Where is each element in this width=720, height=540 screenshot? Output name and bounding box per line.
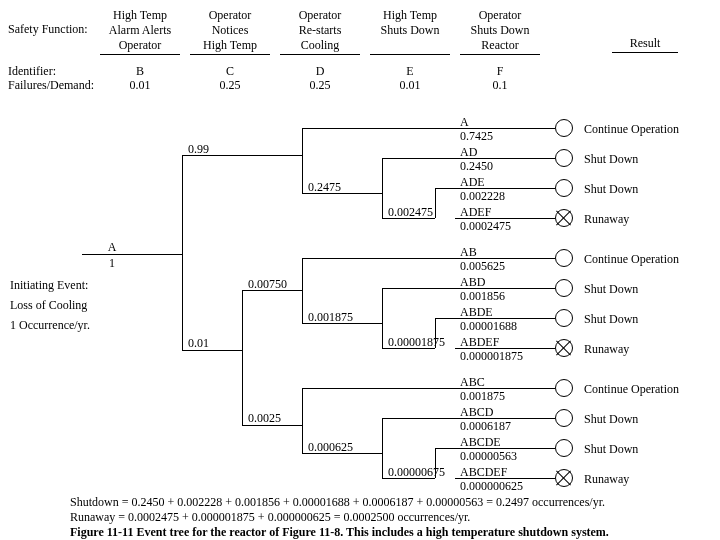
col-B-fn: High Temp Alarm Alerts Operator — [100, 8, 180, 53]
out-11-res: Shut Down — [584, 442, 638, 457]
c-fail-val: 0.0025 — [248, 411, 281, 426]
col-C-underline — [190, 54, 270, 55]
leader — [535, 158, 555, 159]
failures-label: Failures/Demand: — [8, 78, 94, 93]
init-event-label: Initiating Event: — [10, 278, 88, 293]
branch — [382, 418, 383, 478]
out-11-symbol — [555, 439, 573, 457]
col-D-fd: 0.25 — [280, 78, 360, 93]
out-3-symbol — [555, 179, 573, 197]
out-10-res: Shut Down — [584, 412, 638, 427]
leader — [535, 188, 555, 189]
col-D-id: D — [280, 64, 360, 79]
leader — [535, 348, 555, 349]
branch — [435, 188, 455, 189]
out-11-val: 0.00000563 — [460, 449, 517, 464]
figure-caption: Figure 11-11 Event tree for the reactor … — [70, 525, 609, 540]
out-8-x-icon — [555, 339, 573, 357]
out-6-res: Shut Down — [584, 282, 638, 297]
leader — [535, 258, 555, 259]
col-C-fd: 0.25 — [190, 78, 270, 93]
safety-function-label: Safety Function: — [8, 22, 88, 37]
branch — [302, 323, 382, 324]
branch — [435, 448, 455, 449]
summary-runaway: Runaway = 0.0002475 + 0.000001875 + 0.00… — [70, 510, 470, 525]
branch — [382, 218, 435, 219]
col-C-fn: Operator Notices High Temp — [190, 8, 270, 53]
out-2-seq: AD — [460, 145, 477, 160]
col-D-fn: Operator Re-starts Cooling — [280, 8, 360, 53]
branch — [382, 418, 455, 419]
event-tree-figure: { "header": { "safety_function_label": "… — [0, 0, 720, 540]
out-7-res: Shut Down — [584, 312, 638, 327]
branch — [302, 258, 303, 323]
out-12-x-icon — [555, 469, 573, 487]
out-10-val: 0.0006187 — [460, 419, 511, 434]
branch — [435, 448, 436, 478]
leader — [535, 128, 555, 129]
out-9-seq: ABC — [460, 375, 485, 390]
branch — [382, 478, 435, 479]
leader — [535, 388, 555, 389]
out-5-symbol — [555, 249, 573, 267]
branch — [435, 318, 455, 319]
col-C-id: C — [190, 64, 270, 79]
init-underline — [82, 254, 142, 255]
branch — [435, 318, 436, 348]
branch — [382, 158, 455, 159]
out-9-val: 0.001875 — [460, 389, 505, 404]
init-event-rate: 1 Occurrence/yr. — [10, 318, 90, 333]
out-8-res: Runaway — [584, 342, 629, 357]
branch — [302, 128, 455, 129]
col-F-fn: Operator Shuts Down Reactor — [460, 8, 540, 53]
out-3-res: Shut Down — [584, 182, 638, 197]
out-9-symbol — [555, 379, 573, 397]
branch — [142, 254, 182, 255]
out-11-seq: ABCDE — [460, 435, 501, 450]
branch — [382, 288, 383, 348]
branch — [242, 290, 302, 291]
out-2-val: 0.2450 — [460, 159, 493, 174]
init-val: 1 — [82, 256, 142, 271]
branch — [382, 348, 435, 349]
col-E-underline — [370, 54, 450, 55]
out-4-res: Runaway — [584, 212, 629, 227]
out-7-symbol — [555, 309, 573, 327]
out-8-val: 0.000001875 — [460, 349, 523, 364]
branch — [302, 388, 303, 453]
branch — [302, 453, 382, 454]
branch — [302, 258, 455, 259]
out-12-val: 0.000000625 — [460, 479, 523, 494]
branch — [242, 425, 302, 426]
out-5-res: Continue Operation — [584, 252, 679, 267]
out-3-val: 0.002228 — [460, 189, 505, 204]
leader — [535, 478, 555, 479]
leader — [535, 318, 555, 319]
out-6-symbol — [555, 279, 573, 297]
out-2-res: Shut Down — [584, 152, 638, 167]
out-1-val: 0.7425 — [460, 129, 493, 144]
branch — [382, 158, 383, 218]
out-6-val: 0.001856 — [460, 289, 505, 304]
col-B-underline — [100, 54, 180, 55]
result-underline — [612, 52, 678, 53]
col-E-fd: 0.01 — [370, 78, 450, 93]
col-D-underline — [280, 54, 360, 55]
result-label: Result — [610, 36, 680, 51]
col-F-id: F — [460, 64, 540, 79]
leader — [535, 418, 555, 419]
branch — [182, 155, 183, 350]
out-8-seq: ABDEF — [460, 335, 499, 350]
branch — [302, 388, 455, 389]
col-B-fd: 0.01 — [100, 78, 180, 93]
out-12-seq: ABCDEF — [460, 465, 507, 480]
col-F-fd: 0.1 — [460, 78, 540, 93]
col-E-fn: High Temp Shuts Down — [370, 8, 450, 38]
branch — [302, 128, 303, 193]
out-10-symbol — [555, 409, 573, 427]
out-7-seq: ABDE — [460, 305, 493, 320]
out-2-symbol — [555, 149, 573, 167]
out-4-seq: ADEF — [460, 205, 491, 220]
branch — [435, 188, 436, 218]
b-fail-val: 0.01 — [188, 336, 209, 351]
